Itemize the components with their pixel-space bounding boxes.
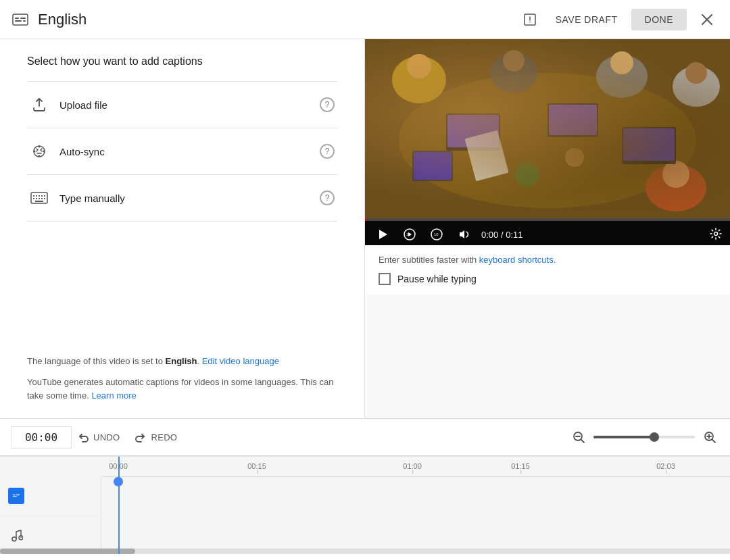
svg-marker-50	[379, 230, 387, 239]
progress-bar[interactable]	[365, 218, 730, 221]
video-preview: 10 10 0:00 /	[365, 39, 730, 245]
language-info: The language of this video is set to Eng…	[27, 355, 337, 368]
svg-point-32	[503, 50, 525, 72]
svg-rect-16	[33, 195, 34, 197]
caption-track-label	[0, 477, 101, 516]
forward-button[interactable]: 10	[427, 225, 446, 244]
undo-button[interactable]: UNDO	[72, 427, 125, 447]
type-manually-label: Type manually	[59, 193, 125, 204]
svg-point-35	[673, 66, 720, 107]
svg-rect-44	[623, 128, 675, 161]
svg-rect-1	[15, 18, 19, 19]
svg-rect-64	[13, 497, 17, 497]
svg-rect-23	[39, 198, 40, 199]
svg-rect-63	[16, 494, 20, 495]
svg-point-37	[646, 164, 706, 211]
subtitle-info: Enter subtitles faster with keyboard sho…	[365, 245, 730, 295]
manual-help-icon[interactable]: ?	[320, 190, 335, 205]
header: English SAVE DRAFT DONE	[0, 0, 730, 39]
upload-file-label: Upload file	[59, 99, 107, 111]
svg-rect-62	[13, 494, 16, 495]
caption-track-icon	[8, 488, 24, 504]
svg-point-7	[529, 21, 531, 22]
bottom-info: The language of this video is set to Eng…	[27, 338, 337, 403]
page-title: English	[38, 11, 87, 28]
caption-options: Upload file ?	[27, 81, 337, 222]
auto-caption-note: YouTube generates automatic captions for…	[27, 376, 337, 402]
scrollbar-thumb[interactable]	[0, 549, 135, 554]
svg-point-33	[596, 55, 648, 98]
redo-button[interactable]: REDO	[129, 427, 182, 447]
pause-while-typing-option[interactable]: Pause while typing	[379, 273, 716, 285]
tick-0203: 02:03	[656, 462, 675, 470]
rewind-button[interactable]: 10	[400, 225, 419, 244]
close-button[interactable]	[695, 7, 719, 32]
track-content	[101, 477, 730, 554]
svg-point-46	[565, 148, 584, 167]
done-button[interactable]: DONE	[631, 9, 687, 30]
time-display: 0:00 / 0:11	[481, 230, 702, 240]
warning-button[interactable]	[518, 7, 542, 32]
zoom-slider[interactable]	[593, 436, 695, 438]
keyboard-shortcut-text: Enter subtitles faster with keyboard sho…	[379, 255, 716, 265]
svg-point-47	[515, 162, 539, 186]
svg-rect-39	[446, 113, 500, 151]
captions-icon	[11, 13, 30, 26]
svg-rect-61	[11, 492, 21, 499]
svg-rect-41	[548, 103, 598, 137]
volume-button[interactable]	[454, 225, 473, 244]
save-draft-button[interactable]: SAVE DRAFT	[548, 9, 626, 30]
svg-point-14	[39, 155, 41, 157]
svg-point-31	[490, 53, 537, 93]
upload-help-icon[interactable]: ?	[320, 97, 335, 112]
auto-sync-option[interactable]: Auto-sync ?	[27, 128, 337, 175]
zoom-out-button[interactable]	[569, 428, 588, 447]
edit-video-language-link[interactable]: Edit video language	[202, 356, 279, 366]
playhead-line	[118, 477, 120, 554]
svg-rect-42	[549, 105, 597, 135]
learn-more-link[interactable]: Learn more	[91, 390, 136, 401]
type-manually-option[interactable]: Type manually ?	[27, 175, 337, 222]
autosync-icon	[30, 142, 49, 161]
svg-rect-20	[44, 195, 45, 197]
tick-0100: 01:00	[403, 462, 422, 470]
svg-point-12	[43, 151, 45, 153]
upload-file-option[interactable]: Upload file ?	[27, 81, 337, 128]
svg-rect-49	[414, 152, 452, 180]
progress-fill	[365, 218, 366, 221]
svg-rect-48	[412, 151, 453, 181]
timeline-ruler: 00:00 00:15 01:00 01:15 02:03	[101, 457, 730, 477]
left-panel: Select how you want to add captions Uplo…	[0, 39, 365, 418]
autosync-help-icon[interactable]: ?	[320, 144, 335, 159]
keyboard-icon	[30, 188, 49, 207]
svg-point-53	[714, 232, 718, 235]
time-input[interactable]	[11, 426, 72, 449]
svg-rect-22	[36, 198, 37, 199]
tick-0015: 00:15	[247, 462, 266, 470]
keyboard-shortcuts-link[interactable]: keyboard shortcuts.	[479, 255, 556, 265]
undo-redo-area: UNDO REDO	[72, 427, 182, 447]
svg-rect-0	[13, 14, 28, 25]
play-button[interactable]	[373, 225, 392, 244]
zoom-in-button[interactable]	[700, 428, 719, 447]
svg-rect-25	[44, 198, 45, 199]
current-time: 0:00	[481, 230, 498, 240]
upload-icon	[30, 95, 49, 114]
language-prefix: The language of this video is set to	[27, 356, 166, 366]
svg-rect-18	[39, 195, 40, 197]
zoom-area	[569, 428, 719, 447]
timeline-area: 00:00 00:15 01:00 01:15 02:03	[0, 456, 730, 554]
svg-text:10: 10	[406, 232, 411, 236]
video-controls: 10 10 0:00 /	[365, 221, 730, 245]
pause-typing-checkbox[interactable]	[379, 273, 391, 285]
svg-rect-43	[622, 127, 676, 164]
header-left: English	[11, 11, 518, 28]
svg-rect-4	[23, 20, 26, 22]
video-settings-button[interactable]	[710, 228, 722, 242]
playhead-head	[114, 477, 123, 486]
timeline-tracks	[0, 477, 730, 554]
bottom-scrollbar[interactable]	[0, 549, 730, 554]
playhead-ruler	[118, 457, 120, 477]
svg-rect-24	[41, 198, 43, 199]
svg-rect-17	[36, 195, 37, 197]
